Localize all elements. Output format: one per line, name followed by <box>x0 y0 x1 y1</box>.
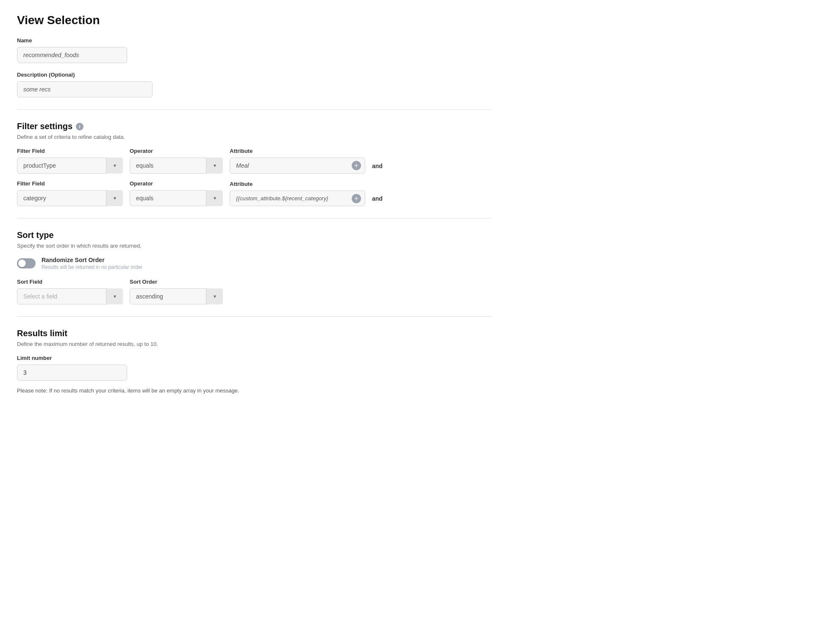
toggle-title: Randomize Sort Order <box>42 257 142 263</box>
attribute-group-1: Attribute + <box>230 148 365 174</box>
operator-select-2[interactable]: equals <box>130 190 223 206</box>
filter-field-group-1: Filter Field productType ▾ <box>17 148 123 174</box>
sort-field-select-wrapper: Select a field ▾ <box>17 288 123 304</box>
description-label: Description (Optional) <box>17 72 492 78</box>
sort-type-desc: Specify the sort order in which results … <box>17 243 492 249</box>
attribute-group-2: Attribute + <box>230 181 365 206</box>
operator-label-2: Operator <box>130 180 223 187</box>
sort-type-title: Sort type <box>17 230 492 240</box>
and-label-2: and <box>372 195 383 206</box>
filter-row-2: Filter Field category ▾ Operator equals … <box>17 180 492 206</box>
toggle-thumb <box>18 260 26 267</box>
toggle-subtitle: Results will be returned in no particula… <box>42 264 142 270</box>
operator-select-wrapper-2: equals ▾ <box>130 190 223 206</box>
sort-field-label: Sort Field <box>17 279 123 285</box>
sort-order-select[interactable]: ascending <box>130 288 223 304</box>
attribute-input-1[interactable] <box>230 158 365 174</box>
attribute-add-btn-1[interactable]: + <box>352 161 361 170</box>
and-label-1: and <box>372 163 383 174</box>
name-input[interactable] <box>17 47 127 63</box>
filter-settings-section: Filter settings i Define a set of criter… <box>17 122 492 206</box>
sort-order-group: Sort Order ascending ▾ <box>130 279 223 304</box>
sort-field-group: Sort Field Select a field ▾ <box>17 279 123 304</box>
results-limit-desc: Define the maximum number of returned re… <box>17 341 492 347</box>
operator-label-1: Operator <box>130 148 223 154</box>
filter-settings-title: Filter settings i <box>17 122 492 131</box>
attribute-add-btn-2[interactable]: + <box>352 194 361 203</box>
name-section: Name <box>17 37 492 63</box>
results-note: Please note: If no results match your cr… <box>17 387 492 394</box>
divider-3 <box>17 316 492 317</box>
results-limit-section: Results limit Define the maximum number … <box>17 329 492 394</box>
toggle-row: Randomize Sort Order Results will be ret… <box>17 257 492 270</box>
operator-select-wrapper-1: equals ▾ <box>130 158 223 174</box>
filter-field-label-2: Filter Field <box>17 180 123 187</box>
attribute-wrapper-1: + <box>230 158 365 174</box>
filter-row-1: Filter Field productType ▾ Operator equa… <box>17 148 492 174</box>
divider-2 <box>17 218 492 218</box>
filter-field-group-2: Filter Field category ▾ <box>17 180 123 206</box>
limit-number-input[interactable] <box>17 365 127 381</box>
limit-number-label: Limit number <box>17 355 492 361</box>
sort-order-label: Sort Order <box>130 279 223 285</box>
sort-row: Sort Field Select a field ▾ Sort Order a… <box>17 279 492 304</box>
filter-field-select-1[interactable]: productType <box>17 158 123 174</box>
results-limit-title: Results limit <box>17 329 492 338</box>
filter-field-select-wrapper-2: category ▾ <box>17 190 123 206</box>
filter-field-select-2[interactable]: category <box>17 190 123 206</box>
sort-order-select-wrapper: ascending ▾ <box>130 288 223 304</box>
operator-group-2: Operator equals ▾ <box>130 180 223 206</box>
filter-settings-desc: Define a set of criteria to refine catal… <box>17 134 492 140</box>
randomize-toggle[interactable] <box>17 258 36 268</box>
attribute-input-2[interactable] <box>230 191 365 206</box>
attribute-label-1: Attribute <box>230 148 365 154</box>
description-input[interactable] <box>17 81 153 97</box>
sort-type-section: Sort type Specify the sort order in whic… <box>17 230 492 304</box>
filter-info-icon[interactable]: i <box>76 123 83 130</box>
toggle-text: Randomize Sort Order Results will be ret… <box>42 257 142 270</box>
page-title: View Selection <box>17 14 492 27</box>
filter-field-label-1: Filter Field <box>17 148 123 154</box>
description-section: Description (Optional) <box>17 72 492 97</box>
attribute-wrapper-2: + <box>230 191 365 206</box>
operator-select-1[interactable]: equals <box>130 158 223 174</box>
attribute-label-2: Attribute <box>230 181 365 187</box>
sort-field-select[interactable]: Select a field <box>17 288 123 304</box>
divider <box>17 109 492 110</box>
name-label: Name <box>17 37 492 44</box>
filter-field-select-wrapper-1: productType ▾ <box>17 158 123 174</box>
operator-group-1: Operator equals ▾ <box>130 148 223 174</box>
